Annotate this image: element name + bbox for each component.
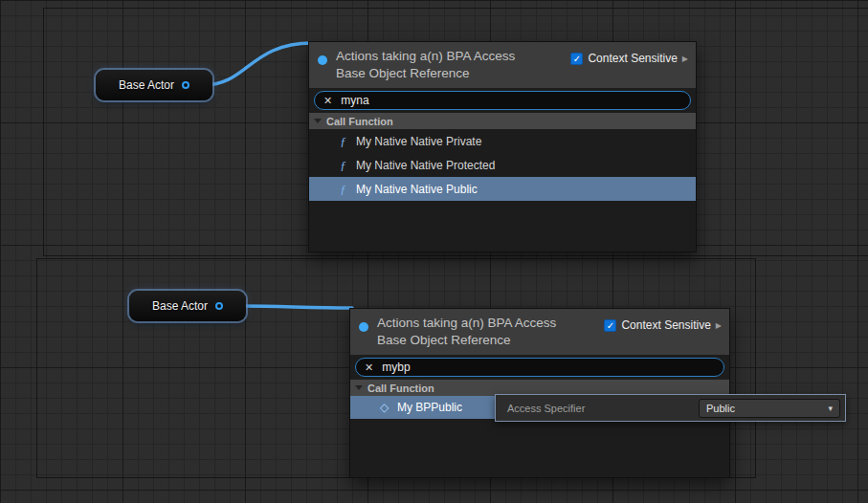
node-title: Base Actor: [119, 78, 174, 92]
connection-wire-bottom[interactable]: [238, 306, 352, 308]
blueprint-function-diamond-icon: ◇: [379, 401, 389, 415]
menu-title-line1: Actions taking a(n) BPA Access: [336, 48, 570, 65]
node-base-actor-bottom[interactable]: Base Actor: [129, 291, 246, 321]
list-item-my-native-native-public[interactable]: ƒ My Native Native Public: [309, 177, 696, 201]
menu-title: Actions taking a(n) BPA Access Base Obje…: [377, 315, 604, 349]
output-pin-icon[interactable]: [182, 81, 189, 89]
collapse-triangle-icon[interactable]: [355, 385, 363, 390]
menu-header: Actions taking a(n) BPA Access Base Obje…: [309, 42, 696, 88]
context-sensitive-toggle[interactable]: ✓ Context Sensitive ▶: [570, 52, 688, 65]
chevron-right-icon[interactable]: ▶: [716, 321, 722, 330]
context-menu-bottom: Actions taking a(n) BPA Access Base Obje…: [349, 308, 730, 478]
search-row: ✕: [309, 88, 696, 113]
list-item-my-native-native-private[interactable]: ƒ My Native Native Private: [309, 129, 696, 153]
search-box[interactable]: ✕: [314, 91, 691, 110]
search-input[interactable]: [341, 94, 681, 107]
menu-title-line2: Base Object Reference: [336, 65, 570, 82]
collapse-triangle-icon[interactable]: [314, 119, 322, 123]
category-call-function[interactable]: Call Function: [309, 113, 696, 129]
access-specifier-label: Access Specifier: [507, 403, 585, 414]
object-pin-icon: [318, 55, 327, 65]
node-title: Base Actor: [152, 299, 208, 313]
object-pin-icon: [359, 322, 368, 332]
node-base-actor-top[interactable]: Base Actor: [96, 70, 212, 100]
context-sensitive-toggle[interactable]: ✓ Context Sensitive ▶: [604, 318, 722, 332]
context-sensitive-label: Context Sensitive: [621, 318, 710, 332]
context-menu-top: Actions taking a(n) BPA Access Base Obje…: [308, 41, 697, 252]
checkbox-checked-icon[interactable]: ✓: [570, 53, 583, 65]
search-row: ✕: [350, 355, 729, 380]
function-icon: ƒ: [338, 182, 348, 197]
menu-title-line1: Actions taking a(n) BPA Access: [377, 315, 604, 332]
function-icon: ƒ: [338, 158, 348, 173]
chevron-down-icon: ▾: [828, 404, 833, 413]
chevron-right-icon[interactable]: ▶: [682, 55, 688, 63]
access-specifier-panel: Access Specifier Public ▾: [495, 394, 846, 422]
blueprint-graph-canvas[interactable]: Base Actor Base Actor Actions taking a(n…: [0, 0, 868, 503]
output-pin-icon[interactable]: [215, 302, 223, 310]
menu-title-line2: Base Object Reference: [377, 332, 604, 349]
search-input[interactable]: [382, 361, 715, 374]
action-list: ƒ My Native Native Private ƒ My Native N…: [309, 129, 696, 252]
access-specifier-dropdown[interactable]: Public ▾: [699, 399, 840, 418]
search-box[interactable]: ✕: [355, 358, 724, 377]
menu-title: Actions taking a(n) BPA Access Base Obje…: [336, 48, 570, 82]
connection-wire-top[interactable]: [204, 43, 312, 85]
list-item-my-native-native-protected[interactable]: ƒ My Native Native Protected: [309, 153, 696, 177]
clear-search-icon[interactable]: ✕: [365, 361, 373, 374]
checkbox-checked-icon[interactable]: ✓: [604, 319, 616, 332]
dropdown-selected-value: Public: [706, 403, 735, 414]
function-icon: ƒ: [338, 134, 348, 149]
context-sensitive-label: Context Sensitive: [588, 52, 677, 65]
category-label: Call Function: [367, 383, 434, 394]
menu-header: Actions taking a(n) BPA Access Base Obje…: [350, 309, 729, 355]
clear-search-icon[interactable]: ✕: [323, 95, 332, 107]
category-label: Call Function: [326, 116, 393, 127]
